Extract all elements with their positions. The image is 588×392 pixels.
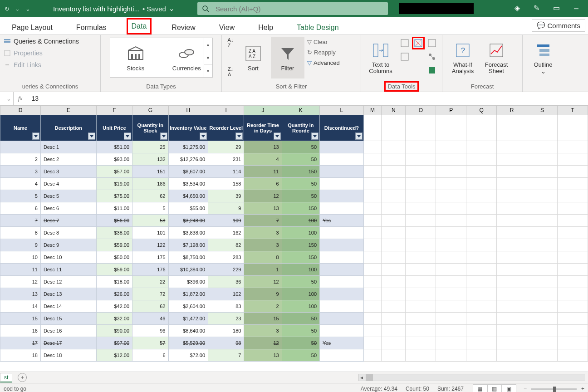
cell[interactable]: 58 [132, 215, 168, 227]
cell[interactable] [406, 166, 436, 178]
cell[interactable]: 50 [282, 153, 319, 166]
cell[interactable] [382, 349, 406, 362]
table-header-unit-price[interactable]: Unit Price [96, 115, 132, 141]
cell[interactable]: 109 [208, 215, 244, 227]
cell[interactable]: 8 [244, 251, 282, 264]
cell[interactable]: 3 [0, 166, 41, 178]
zoom-in-button[interactable]: + [581, 386, 584, 392]
column-header-O[interactable]: O [406, 106, 436, 115]
cell[interactable] [497, 153, 527, 166]
search-input[interactable] [215, 5, 383, 13]
manage-data-model-button[interactable] [426, 64, 438, 77]
table-header-name[interactable]: Name [0, 115, 41, 141]
table-row[interactable]: 13Desc 13$26.0072$1,872.001029100 [0, 288, 588, 300]
filter-button[interactable]: Filter [271, 37, 304, 78]
cell[interactable] [363, 276, 381, 288]
cell[interactable] [436, 202, 466, 215]
cell[interactable]: $3,534.00 [168, 178, 208, 190]
cell[interactable] [320, 325, 364, 337]
cell[interactable]: 50 [282, 325, 319, 337]
cell[interactable] [557, 264, 588, 276]
cell[interactable] [497, 178, 527, 190]
cell[interactable] [557, 349, 588, 362]
cell[interactable] [497, 166, 527, 178]
cell[interactable] [320, 300, 364, 313]
cell[interactable] [557, 141, 588, 153]
cell[interactable] [406, 202, 436, 215]
cell[interactable] [436, 166, 466, 178]
cell[interactable]: 102 [208, 288, 244, 300]
cell[interactable] [406, 239, 436, 251]
cell[interactable]: $4,650.00 [168, 190, 208, 202]
cell[interactable]: $51.00 [96, 141, 132, 153]
cell[interactable] [406, 325, 436, 337]
column-header-F[interactable]: F [96, 106, 132, 115]
cell[interactable] [466, 313, 497, 325]
cell[interactable] [466, 141, 497, 153]
cell[interactable]: Desc 11 [40, 264, 96, 276]
cell[interactable] [436, 251, 466, 264]
cell[interactable]: $396.00 [168, 276, 208, 288]
cell[interactable]: $55.00 [168, 202, 208, 215]
cell[interactable] [406, 141, 436, 153]
column-header-K[interactable]: K [282, 106, 319, 115]
cell[interactable]: $1,275.00 [168, 141, 208, 153]
table-row[interactable]: 17Desc 17$97.0057$5,529.00981250Yes [0, 337, 588, 349]
cell[interactable] [320, 141, 364, 153]
sort-za-button[interactable]: Z↓A [225, 67, 235, 77]
cell[interactable] [363, 141, 381, 153]
cell[interactable]: 50 [282, 190, 319, 202]
filter-dropdown-icon[interactable] [311, 132, 318, 140]
cell[interactable]: 1 [244, 264, 282, 276]
table-header-inventory-value[interactable]: Inventory Value [168, 115, 208, 141]
cell[interactable]: Desc 17 [40, 337, 96, 349]
cell[interactable]: $93.00 [96, 153, 132, 166]
column-header-L[interactable]: L [320, 106, 364, 115]
cell[interactable] [466, 337, 497, 349]
cell[interactable] [382, 239, 406, 251]
column-header-M[interactable]: M [363, 106, 381, 115]
table-row[interactable]: 11Desc 11$59.00176$10,384.002291100 [0, 264, 588, 276]
cell[interactable]: $8,640.00 [168, 325, 208, 337]
table-header-quantity-in-reorde[interactable]: Quantity in Reorde [282, 115, 319, 141]
cell[interactable] [527, 215, 558, 227]
table-row[interactable]: 8Desc 8$38.00101$3,838.001623100 [0, 227, 588, 239]
properties-button[interactable]: Properties [4, 49, 79, 57]
comments-button[interactable]: 💬 Comments [532, 19, 585, 32]
table-row[interactable]: 7Desc 7$56.0058$3,248.001097100Yes [0, 215, 588, 227]
cell[interactable]: 150 [282, 202, 319, 215]
table-row[interactable]: 10Desc 10$50.00175$8,750.002838150 [0, 251, 588, 264]
cell[interactable] [436, 141, 466, 153]
filter-dropdown-icon[interactable] [88, 132, 95, 140]
cell[interactable] [436, 288, 466, 300]
column-header-R[interactable]: R [497, 106, 527, 115]
cell[interactable]: 151 [132, 166, 168, 178]
cell[interactable]: 83 [208, 300, 244, 313]
cell[interactable] [466, 300, 497, 313]
cell[interactable] [527, 325, 558, 337]
cell[interactable]: 15 [0, 313, 41, 325]
cell[interactable]: 14 [0, 300, 41, 313]
column-header-Q[interactable]: Q [466, 106, 497, 115]
cell[interactable]: 72 [132, 288, 168, 300]
filter-dropdown-icon[interactable] [355, 132, 363, 140]
cell[interactable] [497, 276, 527, 288]
zoom-out-button[interactable]: − [524, 386, 527, 392]
cell[interactable]: 50 [282, 337, 319, 349]
cell[interactable] [382, 313, 406, 325]
cell[interactable] [382, 264, 406, 276]
table-header-discontinued-[interactable]: Discontinued? [320, 115, 364, 141]
cell[interactable] [527, 202, 558, 215]
cell[interactable]: 17 [0, 337, 41, 349]
cell[interactable]: 100 [282, 264, 319, 276]
gallery-up-icon[interactable]: ▲ [204, 38, 212, 51]
cell[interactable] [320, 276, 364, 288]
cell[interactable] [497, 215, 527, 227]
cell[interactable]: 13 [244, 141, 282, 153]
cell[interactable]: 12 [0, 276, 41, 288]
formula-input[interactable]: 13 [27, 95, 39, 102]
cell[interactable] [382, 325, 406, 337]
cell[interactable] [466, 251, 497, 264]
cell[interactable] [497, 239, 527, 251]
cell[interactable]: $1,472.00 [168, 313, 208, 325]
